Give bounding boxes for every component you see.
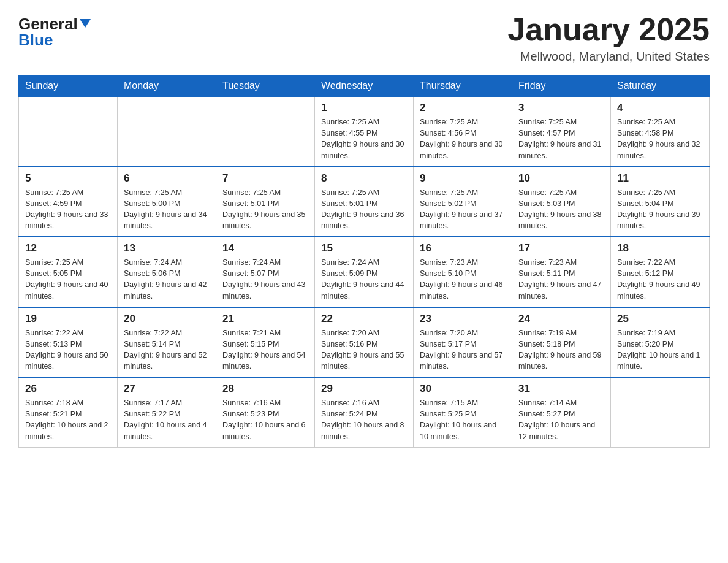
weekday-header-saturday: Saturday [611,75,710,97]
day-number: 30 [420,383,506,395]
calendar-cell: 25Sunrise: 7:19 AMSunset: 5:20 PMDayligh… [611,307,710,378]
week-row-4: 19Sunrise: 7:22 AMSunset: 5:13 PMDayligh… [19,307,710,378]
day-info: Sunrise: 7:25 AMSunset: 5:05 PMDaylight:… [25,257,111,302]
weekday-header-thursday: Thursday [414,75,512,97]
day-number: 9 [420,172,506,185]
day-info: Sunrise: 7:23 AMSunset: 5:10 PMDaylight:… [420,257,506,302]
day-number: 13 [124,242,210,255]
day-info: Sunrise: 7:22 AMSunset: 5:14 PMDaylight:… [124,327,210,372]
weekday-header-sunday: Sunday [19,75,118,97]
calendar-cell: 20Sunrise: 7:22 AMSunset: 5:14 PMDayligh… [118,307,216,378]
calendar-cell: 24Sunrise: 7:19 AMSunset: 5:18 PMDayligh… [512,307,611,378]
location: Mellwood, Maryland, United States [507,50,710,64]
weekday-header-tuesday: Tuesday [216,75,315,97]
day-info: Sunrise: 7:25 AMSunset: 4:55 PMDaylight:… [321,117,407,161]
day-number: 5 [25,172,111,185]
calendar-cell: 11Sunrise: 7:25 AMSunset: 5:04 PMDayligh… [611,167,710,237]
calendar-cell: 19Sunrise: 7:22 AMSunset: 5:13 PMDayligh… [19,307,118,378]
calendar-table: SundayMondayTuesdayWednesdayThursdayFrid… [18,75,710,448]
day-number: 20 [124,313,210,325]
calendar-cell: 22Sunrise: 7:20 AMSunset: 5:16 PMDayligh… [315,307,414,378]
calendar-cell: 14Sunrise: 7:24 AMSunset: 5:07 PMDayligh… [216,237,315,307]
day-info: Sunrise: 7:25 AMSunset: 5:02 PMDaylight:… [420,187,506,232]
calendar-cell: 2Sunrise: 7:25 AMSunset: 4:56 PMDaylight… [414,97,512,167]
day-number: 6 [124,172,210,185]
calendar-cell: 13Sunrise: 7:24 AMSunset: 5:06 PMDayligh… [118,237,216,307]
day-number: 11 [617,172,703,185]
calendar-cell: 1Sunrise: 7:25 AMSunset: 4:55 PMDaylight… [315,97,414,167]
calendar-cell: 16Sunrise: 7:23 AMSunset: 5:10 PMDayligh… [414,237,512,307]
calendar-cell: 23Sunrise: 7:20 AMSunset: 5:17 PMDayligh… [414,307,512,378]
weekday-header-monday: Monday [118,75,216,97]
day-info: Sunrise: 7:25 AMSunset: 4:57 PMDaylight:… [518,117,604,161]
day-info: Sunrise: 7:24 AMSunset: 5:09 PMDaylight:… [321,257,407,302]
logo-general-text: General [18,16,78,32]
day-number: 15 [321,242,407,255]
day-info: Sunrise: 7:18 AMSunset: 5:21 PMDaylight:… [25,397,111,442]
day-info: Sunrise: 7:23 AMSunset: 5:11 PMDaylight:… [518,257,604,302]
calendar-cell: 9Sunrise: 7:25 AMSunset: 5:02 PMDaylight… [414,167,512,237]
day-info: Sunrise: 7:20 AMSunset: 5:17 PMDaylight:… [420,327,506,372]
calendar-cell [118,97,216,167]
day-info: Sunrise: 7:25 AMSunset: 5:00 PMDaylight:… [124,187,210,232]
week-row-1: 1Sunrise: 7:25 AMSunset: 4:55 PMDaylight… [19,97,710,167]
day-info: Sunrise: 7:22 AMSunset: 5:13 PMDaylight:… [25,327,111,372]
calendar-cell: 7Sunrise: 7:25 AMSunset: 5:01 PMDaylight… [216,167,315,237]
day-number: 19 [25,313,111,325]
day-number: 29 [321,383,407,395]
day-number: 21 [222,313,308,325]
day-info: Sunrise: 7:19 AMSunset: 5:20 PMDaylight:… [617,327,703,372]
calendar-cell: 12Sunrise: 7:25 AMSunset: 5:05 PMDayligh… [19,237,118,307]
calendar-cell: 17Sunrise: 7:23 AMSunset: 5:11 PMDayligh… [512,237,611,307]
calendar-cell: 6Sunrise: 7:25 AMSunset: 5:00 PMDaylight… [118,167,216,237]
svg-marker-0 [80,19,91,28]
day-number: 7 [222,172,308,185]
calendar-cell: 21Sunrise: 7:21 AMSunset: 5:15 PMDayligh… [216,307,315,378]
month-title: January 2025 [507,12,710,47]
day-number: 18 [617,242,703,255]
week-row-5: 26Sunrise: 7:18 AMSunset: 5:21 PMDayligh… [19,377,710,447]
day-number: 22 [321,313,407,325]
day-info: Sunrise: 7:19 AMSunset: 5:18 PMDaylight:… [518,327,604,372]
logo: General Blue [18,16,91,48]
calendar-cell [19,97,118,167]
calendar-cell: 10Sunrise: 7:25 AMSunset: 5:03 PMDayligh… [512,167,611,237]
day-info: Sunrise: 7:14 AMSunset: 5:27 PMDaylight:… [518,397,604,442]
day-info: Sunrise: 7:20 AMSunset: 5:16 PMDaylight:… [321,327,407,372]
day-info: Sunrise: 7:24 AMSunset: 5:06 PMDaylight:… [124,257,210,302]
day-number: 17 [518,242,604,255]
calendar-cell: 27Sunrise: 7:17 AMSunset: 5:22 PMDayligh… [118,377,216,447]
calendar-cell: 30Sunrise: 7:15 AMSunset: 5:25 PMDayligh… [414,377,512,447]
day-info: Sunrise: 7:25 AMSunset: 5:04 PMDaylight:… [617,187,703,232]
day-number: 10 [518,172,604,185]
calendar-cell: 31Sunrise: 7:14 AMSunset: 5:27 PMDayligh… [512,377,611,447]
calendar-cell [216,97,315,167]
day-info: Sunrise: 7:17 AMSunset: 5:22 PMDaylight:… [124,397,210,442]
day-info: Sunrise: 7:16 AMSunset: 5:23 PMDaylight:… [222,397,308,442]
calendar-cell: 3Sunrise: 7:25 AMSunset: 4:57 PMDaylight… [512,97,611,167]
day-info: Sunrise: 7:25 AMSunset: 4:58 PMDaylight:… [617,117,703,161]
day-info: Sunrise: 7:25 AMSunset: 5:01 PMDaylight:… [321,187,407,232]
calendar-cell: 18Sunrise: 7:22 AMSunset: 5:12 PMDayligh… [611,237,710,307]
day-info: Sunrise: 7:21 AMSunset: 5:15 PMDaylight:… [222,327,308,372]
week-row-3: 12Sunrise: 7:25 AMSunset: 5:05 PMDayligh… [19,237,710,307]
day-info: Sunrise: 7:15 AMSunset: 5:25 PMDaylight:… [420,397,506,442]
day-info: Sunrise: 7:25 AMSunset: 4:59 PMDaylight:… [25,187,111,232]
calendar-cell: 26Sunrise: 7:18 AMSunset: 5:21 PMDayligh… [19,377,118,447]
calendar-cell: 5Sunrise: 7:25 AMSunset: 4:59 PMDaylight… [19,167,118,237]
day-info: Sunrise: 7:16 AMSunset: 5:24 PMDaylight:… [321,397,407,442]
day-info: Sunrise: 7:25 AMSunset: 5:03 PMDaylight:… [518,187,604,232]
day-number: 25 [617,313,703,325]
calendar-cell: 29Sunrise: 7:16 AMSunset: 5:24 PMDayligh… [315,377,414,447]
weekday-header-wednesday: Wednesday [315,75,414,97]
day-number: 24 [518,313,604,325]
weekday-header-friday: Friday [512,75,611,97]
calendar-cell: 8Sunrise: 7:25 AMSunset: 5:01 PMDaylight… [315,167,414,237]
day-number: 8 [321,172,407,185]
logo-blue-text: Blue [18,32,53,48]
day-number: 31 [518,383,604,395]
day-number: 14 [222,242,308,255]
day-number: 2 [420,102,506,114]
logo-triangle-icon [80,19,91,28]
day-number: 4 [617,102,703,114]
